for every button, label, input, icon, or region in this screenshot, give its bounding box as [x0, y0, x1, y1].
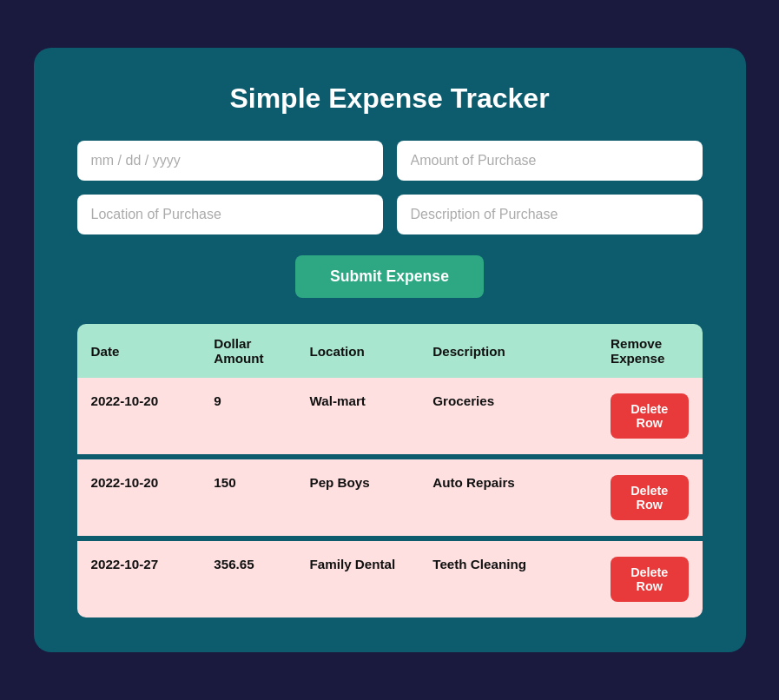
description-input[interactable] [397, 195, 703, 234]
form-row-2 [77, 195, 703, 234]
cell-remove: Delete Row [597, 378, 703, 457]
delete-button[interactable]: Delete Row [611, 475, 689, 520]
submit-button[interactable]: Submit Expense [295, 255, 484, 298]
cell-date: 2022-10-20 [77, 457, 201, 538]
location-input[interactable] [77, 195, 383, 234]
cell-location: Wal-mart [296, 378, 419, 457]
header-description: Description [419, 324, 597, 378]
cell-location: Family Dental [296, 538, 419, 617]
cell-amount: 356.65 [200, 538, 295, 617]
table-body: 2022-10-20 9 Wal-mart Groceries Delete R… [77, 378, 703, 617]
amount-input[interactable] [397, 141, 703, 181]
cell-description: Teeth Cleaning [419, 538, 597, 617]
cell-location: Pep Boys [296, 457, 419, 538]
cell-date: 2022-10-20 [77, 378, 201, 457]
header-location: Location [296, 324, 419, 378]
form-row-1 [77, 141, 703, 181]
table-row: 2022-10-20 150 Pep Boys Auto Repairs Del… [77, 457, 703, 538]
cell-date: 2022-10-27 [77, 538, 201, 617]
table-header: Date Dollar Amount Location Description … [77, 324, 703, 378]
header-date: Date [77, 324, 201, 378]
cell-amount: 150 [200, 457, 295, 538]
date-input[interactable] [77, 141, 383, 181]
cell-description: Groceries [419, 378, 597, 457]
app-container: Simple Expense Tracker Submit Expense Da… [34, 48, 746, 652]
cell-amount: 9 [200, 378, 295, 457]
delete-button[interactable]: Delete Row [611, 393, 689, 439]
expense-table: Date Dollar Amount Location Description … [77, 324, 703, 617]
app-title: Simple Expense Tracker [77, 83, 703, 115]
delete-button[interactable]: Delete Row [611, 557, 689, 602]
cell-description: Auto Repairs [419, 457, 597, 538]
table-row: 2022-10-20 9 Wal-mart Groceries Delete R… [77, 378, 703, 457]
header-amount: Dollar Amount [200, 324, 295, 378]
header-remove: Remove Expense [597, 324, 703, 378]
table-row: 2022-10-27 356.65 Family Dental Teeth Cl… [77, 538, 703, 617]
cell-remove: Delete Row [597, 457, 703, 538]
cell-remove: Delete Row [597, 538, 703, 617]
